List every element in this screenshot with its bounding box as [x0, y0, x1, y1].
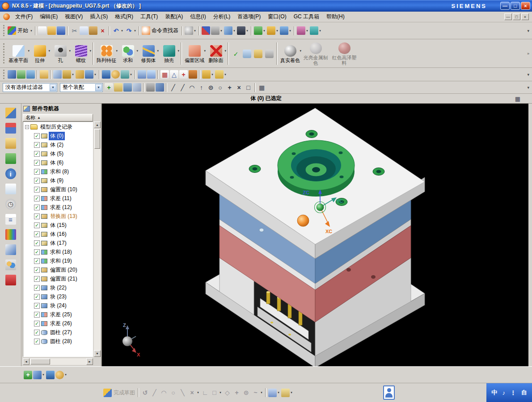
menu-item[interactable]: 视图(V) [61, 12, 86, 22]
snap-point-icon[interactable]: ↑ ▾ [197, 83, 206, 92]
dropdown-arrow-icon[interactable]: ▾ [220, 29, 223, 33]
feature-tree-row[interactable]: ✓ 圆柱 (28) [23, 337, 93, 346]
toolbar-overflow-icon[interactable]: » [527, 51, 531, 56]
snap-point-icon[interactable]: ╱ ▾ [169, 83, 178, 92]
feature-checkbox[interactable]: ✓ [34, 330, 40, 335]
feature-button[interactable]: ▾ [181, 42, 182, 65]
mdi-minimize-button[interactable]: — [504, 13, 512, 20]
toolbar-icon[interactable]: ▾ [53, 70, 62, 79]
feature-tree-row[interactable]: ✓ 块 (22) [23, 283, 93, 292]
tree-horizontal-scrollbar[interactable]: ◄ ► [23, 358, 93, 365]
sketch-tool-icon[interactable]: ╲ ▾ [178, 388, 187, 398]
resource-tab-icon[interactable]: i [5, 168, 17, 180]
feature-checkbox[interactable]: ✓ [34, 178, 40, 184]
dropdown-arrow-icon[interactable]: ▾ [224, 49, 226, 53]
csys-drag-handle[interactable] [297, 215, 309, 226]
tree-vertical-scrollbar[interactable]: ▲ ▼ [94, 121, 101, 357]
feature-button[interactable]: 删除面 ▾ [206, 44, 226, 63]
feature-button[interactable]: 抽壳 ▾ [159, 44, 179, 63]
resource-tab-icon[interactable] [5, 107, 17, 119]
resource-tab-icon[interactable] [5, 259, 17, 271]
dropdown-arrow-icon[interactable]: ▾ [275, 29, 279, 33]
feature-tree-row[interactable]: ✓ 块 (24) [23, 301, 93, 310]
snap-point-icon[interactable]: + ▾ [104, 83, 114, 92]
dropdown-arrow-icon[interactable]: ▾ [177, 49, 179, 53]
snap-point-icon[interactable]: ▾ [143, 83, 144, 92]
feature-tree-row[interactable]: ✓ 体 (0) [23, 131, 93, 140]
feature-button[interactable]: 偏置区域 ▾ [183, 44, 206, 63]
dropdown-arrow-icon[interactable]: ▾ [262, 29, 266, 33]
dropdown-arrow-icon[interactable]: ▾ [260, 391, 263, 394]
graphics-viewport[interactable]: ZC YC XC Z X [102, 104, 528, 366]
feature-tree-row[interactable]: ✓ 替换面 (13) [23, 212, 93, 221]
sketch-tool-icon[interactable]: □ ▾ [210, 388, 223, 398]
feature-tree-row[interactable]: ✓ 求差 (26) [23, 319, 93, 328]
feature-tree-row[interactable]: ✓ 偏置面 (21) [23, 274, 93, 283]
feature-checkbox[interactable]: ✓ [34, 294, 40, 300]
feature-checkbox[interactable]: ✓ [34, 142, 40, 148]
toolbar-icon[interactable]: ▾ [79, 26, 89, 35]
chevron-down-icon[interactable]: ▼ [95, 84, 102, 91]
toolbar-icon[interactable]: ▾ [139, 26, 140, 35]
feature-tree-row[interactable]: ✓ 体 (6) [23, 158, 93, 167]
snap-point-icon[interactable]: ▾ [123, 83, 132, 92]
dropdown-arrow-icon[interactable]: ▾ [224, 73, 227, 76]
sketch-tool-icon[interactable]: × ▾ [187, 388, 200, 398]
snap-point-icon[interactable]: ⊙ ▾ [206, 83, 215, 92]
screw-hole[interactable] [346, 268, 351, 272]
resource-tab-icon[interactable] [5, 183, 17, 195]
toolbar-icon[interactable]: ▾ [111, 70, 120, 79]
dropdown-arrow-icon[interactable]: ▾ [64, 373, 68, 377]
toolbar-icon[interactable]: ▾ [157, 70, 159, 79]
scroll-right-icon[interactable]: ► [86, 358, 93, 365]
snap-point-icon[interactable]: ▾ [254, 83, 256, 92]
toolbar-icon[interactable]: ▾ [33, 370, 46, 380]
toolbar-grip[interactable] [3, 25, 5, 37]
toolbar-icon[interactable]: ▾ [120, 70, 133, 79]
mdi-restore-button[interactable]: □ [513, 13, 520, 20]
feature-button[interactable]: 修剪体 ▾ [138, 44, 159, 63]
feature-checkbox[interactable]: ✓ [34, 303, 40, 309]
dropdown-arrow-icon[interactable]: ▾ [196, 391, 200, 394]
dropdown-arrow-icon[interactable]: ▾ [288, 29, 292, 33]
toolbar-options-icon[interactable]: ▾ [527, 85, 531, 90]
dropdown-arrow-icon[interactable]: ▾ [219, 391, 222, 394]
toolbar-icon[interactable]: ▾ [56, 26, 66, 35]
feature-button[interactable]: 光亮金属制色 ▾ [301, 41, 330, 66]
feature-button[interactable]: ▾ [93, 42, 94, 65]
menu-item[interactable]: 工具(T) [137, 12, 161, 22]
feature-tree-row[interactable]: ✓ 求差 (25) [23, 310, 93, 319]
toolbar-icon[interactable]: ▾ [84, 70, 97, 79]
screw-hole[interactable] [371, 275, 376, 279]
feature-checkbox[interactable]: ✓ [34, 267, 40, 273]
resource-tab-icon[interactable] [5, 229, 17, 240]
toolbar-icon[interactable]: ▾ [55, 370, 68, 380]
sketch-tool-icon[interactable]: ▾ [281, 388, 294, 398]
feature-checkbox[interactable]: ✓ [34, 160, 40, 166]
toolbar-icon[interactable]: ▾ [26, 70, 35, 79]
ime-item[interactable]: ♪ [502, 389, 506, 396]
snap-point-icon[interactable]: ▾ [114, 83, 123, 92]
feature-checkbox[interactable]: ✓ [34, 339, 40, 344]
dropdown-arrow-icon[interactable]: ▾ [245, 29, 249, 33]
selection-scope-dropdown[interactable]: 整个装配 ▼ [60, 83, 103, 92]
feature-tree-row[interactable]: ✓ 体 (17) [23, 239, 93, 247]
toolbar-icon[interactable]: 开始 ▾ [7, 26, 34, 35]
feature-tree-row[interactable]: ✓ 体 (2) [23, 140, 93, 149]
scroll-down-icon[interactable]: ▼ [94, 350, 101, 357]
feature-checkbox[interactable]: ✓ [34, 258, 40, 264]
feature-button[interactable]: ▾ [228, 42, 229, 65]
prompt-grid-icon[interactable]: ▦ [514, 95, 521, 102]
toolbar-options-icon[interactable]: ▾ [527, 29, 531, 33]
resource-tab-icon[interactable] [5, 274, 17, 286]
menu-item[interactable]: 窗口(O) [264, 12, 290, 22]
snap-point-icon[interactable]: ▾ [132, 83, 142, 92]
dropdown-arrow-icon[interactable]: ▾ [71, 73, 75, 76]
sketch-tool-icon[interactable]: ◠ ▾ [159, 388, 169, 398]
snap-point-icon[interactable]: ○ ▾ [215, 83, 225, 92]
scroll-left-icon[interactable]: ◄ [23, 358, 30, 365]
toolbar-icon[interactable]: + ▾ [179, 70, 188, 79]
dropdown-arrow-icon[interactable]: ▾ [232, 29, 236, 33]
user-profile-icon[interactable] [383, 385, 395, 400]
snap-point-icon[interactable]: + ▾ [225, 83, 234, 92]
